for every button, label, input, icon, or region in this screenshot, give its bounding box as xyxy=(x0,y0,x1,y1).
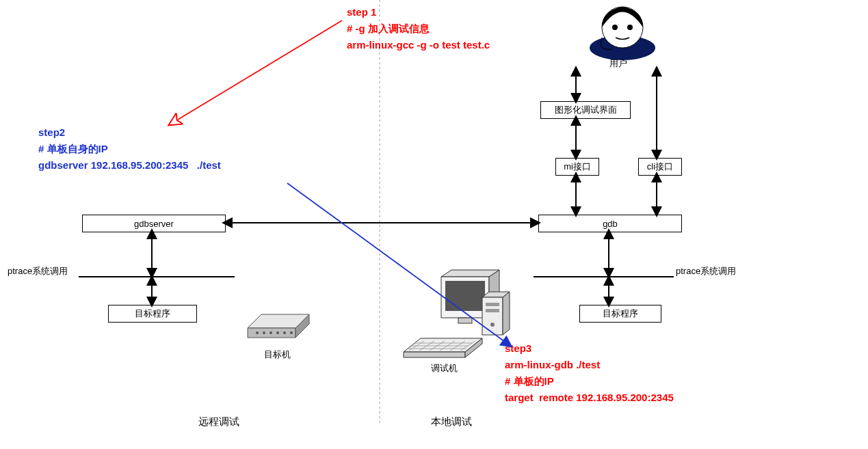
annotation-arrows xyxy=(0,0,868,449)
svg-line-38 xyxy=(178,21,342,120)
svg-line-39 xyxy=(287,183,505,342)
